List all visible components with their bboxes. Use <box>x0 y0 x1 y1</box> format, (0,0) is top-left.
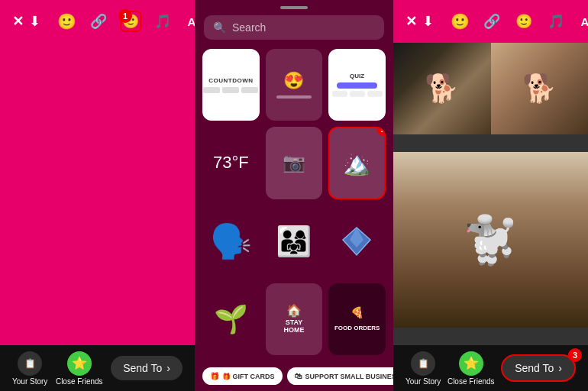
search-input[interactable] <box>232 21 375 34</box>
sticker-badge: 1 <box>118 9 132 23</box>
search-icon: 🔍 <box>213 21 226 34</box>
left-bottom-bar: 📋 Your Story ⭐ Close Friends Send To › <box>0 345 195 391</box>
bottom-stickers-row: 🎁 🎁 GIFT CARDS 🛍 SUPPORT SMALL BUSINESS … <box>195 363 393 391</box>
right-bottom-bar: 📋 Your Story ⭐ Close Friends Send To › 3 <box>393 345 588 391</box>
right-panel: ✕ ⬇ 🙂 🔗 🙂 🎵 Aa <box>393 0 588 391</box>
right-close-button[interactable]: ✕ <box>405 11 417 32</box>
sticker-button-active[interactable]: 🙂 1 <box>120 11 141 32</box>
toolbar-icons: ⬇ 🙂 🔗 🙂 1 🎵 Aa <box>24 11 205 32</box>
dog-photo-3: 🐩 <box>393 152 588 345</box>
camera-sticker[interactable]: 📷 <box>266 127 323 199</box>
left-top-bar: ✕ ⬇ 🙂 🔗 🙂 1 🎵 Aa <box>0 0 195 43</box>
stickers-grid: COUNTDOWN 😍 QUIZ 73°F <box>195 46 393 363</box>
right-toolbar-icons: ⬇ 🙂 🔗 🙂 🎵 Aa <box>417 11 588 32</box>
food-orders-sticker[interactable]: 🍕 FOOD ORDERS <box>328 283 386 355</box>
drag-handle <box>195 0 393 12</box>
support-small-business-chip[interactable]: 🛍 SUPPORT SMALL BUSINESS <box>287 367 394 385</box>
search-bar[interactable]: 🔍 <box>204 15 384 40</box>
gift-cards-chip[interactable]: 🎁 🎁 GIFT CARDS <box>202 367 283 385</box>
close-friends-button[interactable]: ⭐ Close Friends <box>56 351 103 386</box>
your-story-button[interactable]: 📋 Your Story <box>12 351 47 386</box>
scream-sticker[interactable]: 🗣️ <box>202 205 260 277</box>
right-emoji-button[interactable]: 🙂 <box>449 11 470 32</box>
countdown-sticker[interactable]: COUNTDOWN <box>202 49 260 121</box>
download-button[interactable]: ⬇ <box>24 11 45 32</box>
send-to-button-left[interactable]: Send To › <box>111 356 183 380</box>
drag-pill <box>280 6 308 9</box>
right-close-friends-button[interactable]: ⭐ Close Friends <box>447 351 495 386</box>
left-panel: ✕ ⬇ 🙂 🔗 🙂 1 🎵 Aa <box>0 0 195 391</box>
right-close-friends-icon: ⭐ <box>459 351 483 376</box>
right-top-bar: ✕ ⬇ 🙂 🔗 🙂 🎵 Aa <box>393 0 588 43</box>
close-friends-icon: ⭐ <box>67 351 92 376</box>
right-music-button[interactable]: 🎵 <box>545 11 567 32</box>
left-canvas <box>0 43 195 345</box>
gem-sticker[interactable] <box>328 205 386 277</box>
right-download-button[interactable]: ⬇ <box>417 11 438 32</box>
photo-sticker-badge: 2 <box>376 127 386 136</box>
sticker-picker: 🔍 COUNTDOWN 😍 QUIZ <box>195 0 393 391</box>
right-link-button[interactable]: 🔗 <box>481 11 502 32</box>
photo-grid: 🐕 🐕 🐩 <box>393 43 588 345</box>
photo-sticker[interactable]: 🏔️ 2 <box>328 127 386 199</box>
your-story-icon: 📋 <box>18 351 42 376</box>
diamond-shape <box>340 226 374 257</box>
dog-photo-2: 🐕 <box>491 43 589 152</box>
right-your-story-button[interactable]: 📋 Your Story <box>405 351 441 386</box>
emoji-slider-sticker[interactable]: 😍 <box>266 49 323 121</box>
temperature-sticker[interactable]: 73°F <box>202 127 260 199</box>
send-to-wrap: Send To › 3 <box>501 354 576 382</box>
plant-sticker[interactable]: 🌱 <box>202 283 260 355</box>
send-to-button-right[interactable]: Send To › <box>501 354 576 382</box>
emoji-button[interactable]: 🙂 <box>56 11 77 32</box>
send-to-badge: 3 <box>568 348 582 362</box>
quiz-sticker[interactable]: QUIZ <box>328 49 386 121</box>
right-your-story-icon: 📋 <box>411 351 435 376</box>
music-button[interactable]: 🎵 <box>152 11 173 32</box>
stay-home-sticker[interactable]: 🏠 STAYHOME <box>266 283 323 355</box>
right-text-button[interactable]: Aa <box>577 11 588 32</box>
link-button[interactable]: 🔗 <box>88 11 109 32</box>
right-sticker-button[interactable]: 🙂 <box>513 11 535 32</box>
dog-photo-1: 🐕 <box>393 43 491 152</box>
close-button[interactable]: ✕ <box>12 11 24 32</box>
people-sticker[interactable]: 👨‍👩‍👧 <box>266 205 323 277</box>
